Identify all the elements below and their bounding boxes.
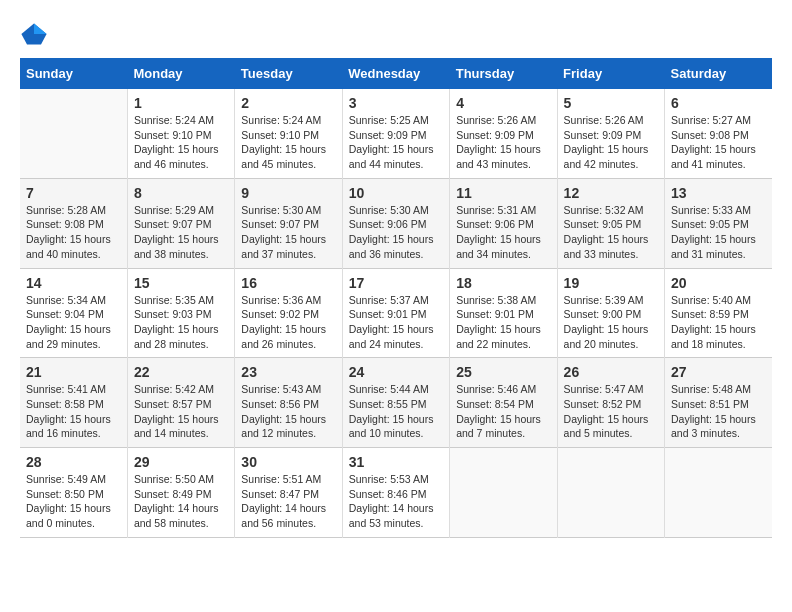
- day-number: 9: [241, 185, 335, 201]
- day-number: 3: [349, 95, 443, 111]
- day-number: 20: [671, 275, 766, 291]
- day-info: Sunrise: 5:26 AM Sunset: 9:09 PM Dayligh…: [456, 113, 550, 172]
- calendar-cell: 22Sunrise: 5:42 AM Sunset: 8:57 PM Dayli…: [127, 358, 234, 448]
- day-info: Sunrise: 5:30 AM Sunset: 9:06 PM Dayligh…: [349, 203, 443, 262]
- calendar-week-row: 7Sunrise: 5:28 AM Sunset: 9:08 PM Daylig…: [20, 178, 772, 268]
- calendar-cell: 2Sunrise: 5:24 AM Sunset: 9:10 PM Daylig…: [235, 89, 342, 178]
- header-thursday: Thursday: [450, 58, 557, 89]
- day-info: Sunrise: 5:42 AM Sunset: 8:57 PM Dayligh…: [134, 382, 228, 441]
- day-info: Sunrise: 5:41 AM Sunset: 8:58 PM Dayligh…: [26, 382, 121, 441]
- day-number: 19: [564, 275, 658, 291]
- day-number: 4: [456, 95, 550, 111]
- day-number: 5: [564, 95, 658, 111]
- calendar-cell: 24Sunrise: 5:44 AM Sunset: 8:55 PM Dayli…: [342, 358, 449, 448]
- header-friday: Friday: [557, 58, 664, 89]
- svg-marker-1: [34, 24, 47, 35]
- header-wednesday: Wednesday: [342, 58, 449, 89]
- day-number: 11: [456, 185, 550, 201]
- calendar-cell: 19Sunrise: 5:39 AM Sunset: 9:00 PM Dayli…: [557, 268, 664, 358]
- day-number: 7: [26, 185, 121, 201]
- day-number: 16: [241, 275, 335, 291]
- calendar-week-row: 21Sunrise: 5:41 AM Sunset: 8:58 PM Dayli…: [20, 358, 772, 448]
- day-info: Sunrise: 5:40 AM Sunset: 8:59 PM Dayligh…: [671, 293, 766, 352]
- calendar-cell: 9Sunrise: 5:30 AM Sunset: 9:07 PM Daylig…: [235, 178, 342, 268]
- calendar-header-row: SundayMondayTuesdayWednesdayThursdayFrid…: [20, 58, 772, 89]
- calendar-cell: 31Sunrise: 5:53 AM Sunset: 8:46 PM Dayli…: [342, 448, 449, 538]
- day-info: Sunrise: 5:39 AM Sunset: 9:00 PM Dayligh…: [564, 293, 658, 352]
- day-number: 29: [134, 454, 228, 470]
- day-info: Sunrise: 5:49 AM Sunset: 8:50 PM Dayligh…: [26, 472, 121, 531]
- day-number: 22: [134, 364, 228, 380]
- day-info: Sunrise: 5:35 AM Sunset: 9:03 PM Dayligh…: [134, 293, 228, 352]
- day-number: 25: [456, 364, 550, 380]
- day-number: 18: [456, 275, 550, 291]
- day-info: Sunrise: 5:24 AM Sunset: 9:10 PM Dayligh…: [134, 113, 228, 172]
- day-number: 28: [26, 454, 121, 470]
- calendar-cell: 18Sunrise: 5:38 AM Sunset: 9:01 PM Dayli…: [450, 268, 557, 358]
- day-info: Sunrise: 5:31 AM Sunset: 9:06 PM Dayligh…: [456, 203, 550, 262]
- day-number: 15: [134, 275, 228, 291]
- calendar-week-row: 28Sunrise: 5:49 AM Sunset: 8:50 PM Dayli…: [20, 448, 772, 538]
- calendar-cell: 25Sunrise: 5:46 AM Sunset: 8:54 PM Dayli…: [450, 358, 557, 448]
- calendar-cell: 3Sunrise: 5:25 AM Sunset: 9:09 PM Daylig…: [342, 89, 449, 178]
- calendar-week-row: 1Sunrise: 5:24 AM Sunset: 9:10 PM Daylig…: [20, 89, 772, 178]
- day-info: Sunrise: 5:29 AM Sunset: 9:07 PM Dayligh…: [134, 203, 228, 262]
- day-info: Sunrise: 5:28 AM Sunset: 9:08 PM Dayligh…: [26, 203, 121, 262]
- day-info: Sunrise: 5:34 AM Sunset: 9:04 PM Dayligh…: [26, 293, 121, 352]
- day-info: Sunrise: 5:37 AM Sunset: 9:01 PM Dayligh…: [349, 293, 443, 352]
- day-info: Sunrise: 5:33 AM Sunset: 9:05 PM Dayligh…: [671, 203, 766, 262]
- day-info: Sunrise: 5:47 AM Sunset: 8:52 PM Dayligh…: [564, 382, 658, 441]
- calendar-cell: 1Sunrise: 5:24 AM Sunset: 9:10 PM Daylig…: [127, 89, 234, 178]
- calendar-cell: 17Sunrise: 5:37 AM Sunset: 9:01 PM Dayli…: [342, 268, 449, 358]
- day-info: Sunrise: 5:50 AM Sunset: 8:49 PM Dayligh…: [134, 472, 228, 531]
- calendar-cell: 27Sunrise: 5:48 AM Sunset: 8:51 PM Dayli…: [665, 358, 772, 448]
- day-number: 8: [134, 185, 228, 201]
- day-number: 14: [26, 275, 121, 291]
- calendar-week-row: 14Sunrise: 5:34 AM Sunset: 9:04 PM Dayli…: [20, 268, 772, 358]
- calendar-cell: [557, 448, 664, 538]
- calendar-cell: [20, 89, 127, 178]
- day-number: 17: [349, 275, 443, 291]
- calendar-cell: 12Sunrise: 5:32 AM Sunset: 9:05 PM Dayli…: [557, 178, 664, 268]
- day-number: 12: [564, 185, 658, 201]
- header-monday: Monday: [127, 58, 234, 89]
- day-info: Sunrise: 5:46 AM Sunset: 8:54 PM Dayligh…: [456, 382, 550, 441]
- day-info: Sunrise: 5:24 AM Sunset: 9:10 PM Dayligh…: [241, 113, 335, 172]
- calendar-cell: 14Sunrise: 5:34 AM Sunset: 9:04 PM Dayli…: [20, 268, 127, 358]
- calendar-cell: 6Sunrise: 5:27 AM Sunset: 9:08 PM Daylig…: [665, 89, 772, 178]
- day-number: 30: [241, 454, 335, 470]
- day-number: 23: [241, 364, 335, 380]
- calendar-cell: 7Sunrise: 5:28 AM Sunset: 9:08 PM Daylig…: [20, 178, 127, 268]
- calendar-cell: 10Sunrise: 5:30 AM Sunset: 9:06 PM Dayli…: [342, 178, 449, 268]
- logo-icon: [20, 20, 48, 48]
- day-number: 10: [349, 185, 443, 201]
- calendar-cell: [450, 448, 557, 538]
- day-info: Sunrise: 5:48 AM Sunset: 8:51 PM Dayligh…: [671, 382, 766, 441]
- calendar-cell: 13Sunrise: 5:33 AM Sunset: 9:05 PM Dayli…: [665, 178, 772, 268]
- header-sunday: Sunday: [20, 58, 127, 89]
- day-number: 2: [241, 95, 335, 111]
- calendar-cell: 29Sunrise: 5:50 AM Sunset: 8:49 PM Dayli…: [127, 448, 234, 538]
- day-info: Sunrise: 5:27 AM Sunset: 9:08 PM Dayligh…: [671, 113, 766, 172]
- day-number: 21: [26, 364, 121, 380]
- calendar-cell: 21Sunrise: 5:41 AM Sunset: 8:58 PM Dayli…: [20, 358, 127, 448]
- day-info: Sunrise: 5:44 AM Sunset: 8:55 PM Dayligh…: [349, 382, 443, 441]
- calendar-cell: 30Sunrise: 5:51 AM Sunset: 8:47 PM Dayli…: [235, 448, 342, 538]
- day-number: 1: [134, 95, 228, 111]
- day-info: Sunrise: 5:51 AM Sunset: 8:47 PM Dayligh…: [241, 472, 335, 531]
- header-tuesday: Tuesday: [235, 58, 342, 89]
- day-number: 31: [349, 454, 443, 470]
- calendar-cell: 4Sunrise: 5:26 AM Sunset: 9:09 PM Daylig…: [450, 89, 557, 178]
- calendar-cell: 11Sunrise: 5:31 AM Sunset: 9:06 PM Dayli…: [450, 178, 557, 268]
- day-number: 6: [671, 95, 766, 111]
- day-info: Sunrise: 5:30 AM Sunset: 9:07 PM Dayligh…: [241, 203, 335, 262]
- calendar-cell: 16Sunrise: 5:36 AM Sunset: 9:02 PM Dayli…: [235, 268, 342, 358]
- calendar-cell: 8Sunrise: 5:29 AM Sunset: 9:07 PM Daylig…: [127, 178, 234, 268]
- day-info: Sunrise: 5:32 AM Sunset: 9:05 PM Dayligh…: [564, 203, 658, 262]
- day-info: Sunrise: 5:43 AM Sunset: 8:56 PM Dayligh…: [241, 382, 335, 441]
- day-info: Sunrise: 5:53 AM Sunset: 8:46 PM Dayligh…: [349, 472, 443, 531]
- day-info: Sunrise: 5:26 AM Sunset: 9:09 PM Dayligh…: [564, 113, 658, 172]
- calendar-cell: 26Sunrise: 5:47 AM Sunset: 8:52 PM Dayli…: [557, 358, 664, 448]
- calendar-cell: 15Sunrise: 5:35 AM Sunset: 9:03 PM Dayli…: [127, 268, 234, 358]
- logo: [20, 20, 50, 48]
